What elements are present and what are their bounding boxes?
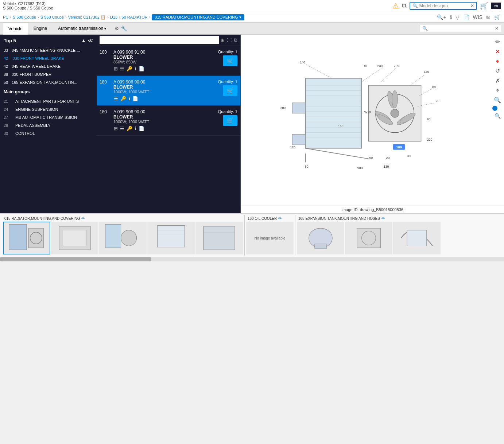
svg-text:70: 70 [436,99,439,103]
thumb-item-015-3[interactable] [99,222,147,254]
sidebar-group-21[interactable]: 21 ATTACHMENT PARTS FOR UNITS [0,97,97,105]
parts-search-box: 🔍 ✕ [420,25,501,32]
sidebar-group-29[interactable]: 29 PEDAL ASSEMBLY [0,121,97,129]
breadcrumb-pc[interactable]: PC [3,15,8,19]
thumb-item-015-2[interactable] [51,222,98,254]
tab-tool2[interactable]: 🔧 [120,25,128,32]
sidebar-item-42-030[interactable]: 42 – 030 FRONT WHEEL BRAKE [0,54,97,62]
cart-bc-icon[interactable]: 🛒 [493,13,501,21]
bottom-scrollbar-thumb[interactable] [0,257,151,261]
model-search-input[interactable] [419,3,470,8]
thumb-item-160-no-image[interactable]: No image available [246,222,294,254]
search-clear-icon[interactable]: ✕ [470,3,474,8]
doc-icon[interactable]: 📄 [462,13,470,21]
breadcrumb-active[interactable]: 015 RADIATOR,MOUNTING,AND COVERING ▾ [152,14,244,20]
breadcrumb-vehicle[interactable]: Vehicle: C217382 📋 [68,15,106,20]
parts-copy[interactable]: ⧉ [233,37,237,43]
svg-text:80: 80 [432,85,436,89]
diagram-zoom-area-btn[interactable]: ⌖ [492,86,503,94]
sidebar-group-27[interactable]: 27 MB AUTOMATIC TRANSMISSION [0,113,97,121]
part-grid-icon-3[interactable]: ⊞ [113,125,118,132]
thumb-items-160: No image available [246,222,294,254]
alert-icon[interactable]: ⚠ [392,1,399,10]
image-id-text: Image ID: drawing_B50015000536 [341,207,403,212]
copy-icon[interactable]: ⧉ [402,2,407,10]
part-info-3: A 099 906 90 00 BLOWER 1000W; 1000 WATT … [113,109,206,132]
breadcrumb-s500[interactable]: S 500 Coupe [13,15,36,19]
part-list-icon-3[interactable]: ☰ [120,125,125,132]
part-list-icon-2[interactable]: ☰ [113,96,119,102]
diagram-circle-btn[interactable]: ● [492,57,503,65]
filter-icon[interactable]: ▽ [455,13,460,21]
thumb-items-165 [297,222,441,254]
parts-search-clear[interactable]: ✕ [495,26,499,31]
part-doc-icon-3[interactable]: 📄 [138,125,145,132]
parts-view-grid[interactable]: ⊞ [220,37,225,43]
bottom-scrollbar[interactable] [0,257,504,261]
header-controls: ⚠ ⧉ 🔍 ✕ 🛒 en [392,1,501,10]
mail-icon[interactable]: ✉ [485,13,491,21]
svg-text:W10: W10 [364,110,371,114]
part-doc-icon-2[interactable]: 📄 [132,96,139,102]
svg-text:30: 30 [407,154,411,157]
part-info-icon-1[interactable]: ℹ [134,66,137,72]
top5-controls: ▲ ≪ [81,38,93,43]
sidebar-item-42-045[interactable]: 42 - 045 REAR WHEEL BRAKE [0,62,97,70]
info-icon[interactable]: ℹ [449,13,453,21]
svg-rect-59 [157,226,185,247]
svg-rect-65 [315,244,326,249]
language-selector[interactable]: en [491,3,501,9]
part-info-icon-2[interactable]: ℹ [128,96,131,102]
part-key-icon-3[interactable]: 🔑 [126,125,133,132]
part-list-icon-1[interactable]: ☰ [120,66,125,72]
tab-tool1[interactable]: ⚙ [114,25,120,32]
part-key-icon-2[interactable]: 🔑 [120,96,127,102]
breadcrumb-s550[interactable]: S 550 Coupe [40,15,64,19]
qty-label-3: Quantity: 1 [218,109,237,114]
parts-view-expand[interactable]: ⛶ [226,37,232,43]
thumb-edit-icon-160[interactable]: ✏ [278,216,282,221]
parts-list: ⊞ ⛶ ⧉ 180 A 099 906 91 00 BLOWER 850W; 8… [97,35,241,213]
sidebar-group-24[interactable]: 24 ENGINE SUSPENSION [0,105,97,113]
tab-engine[interactable]: Engine [28,23,53,34]
thumb-item-015-5[interactable] [195,222,243,254]
part-cart-btn-3[interactable]: 🛒 [223,115,237,126]
thumb-item-015-1[interactable] [3,222,50,254]
thumb-section-header-015: 015 RADIATOR,MOUNTING,AND COVERING ✏ [3,215,243,222]
diagram-close-btn[interactable]: ✕ [492,47,503,56]
breadcrumb-d13[interactable]: D13 [110,15,117,19]
sidebar-group-30[interactable]: 30 CONTROL [0,129,97,137]
cart-button[interactable]: 🛒 [480,2,488,10]
thumb-item-165-1[interactable] [297,222,344,254]
part-qty-1: Quantity: 1 🛒 [208,50,237,66]
diagram-zoom-in-btn[interactable]: 🔍 [492,96,503,104]
part-key-icon-1[interactable]: 🔑 [126,66,133,72]
thumb-item-165-2[interactable] [345,222,392,254]
sidebar-item-88-030[interactable]: 88 - 030 FRONT BUMPER [0,70,97,78]
part-cart-btn-2[interactable]: 🛒 [223,85,237,96]
sidebar-item-50-165[interactable]: 50 - 165 EXPANSION TANK,MOUNTIN... [0,78,97,86]
sidebar-item-33-045[interactable]: 33 - 045 4MATIC STEERING KNUCKLE ... [0,46,97,54]
diagram-cross-btn[interactable]: ✗ [492,77,503,85]
part-grid-icon-1[interactable]: ⊞ [113,66,118,72]
part-doc-icon-1[interactable]: 📄 [138,66,145,72]
thumb-edit-icon-165[interactable]: ✏ [381,216,385,221]
main-groups-title: Main groups [0,86,97,97]
top5-collapse-btn[interactable]: ▲ [81,38,86,43]
diagram-edit-btn[interactable]: ✏ [492,38,503,46]
part-icons-3: ⊞ ☰ 🔑 ℹ 📄 [113,125,206,132]
zoom-in-icon[interactable]: 🔍+ [436,13,447,21]
diagram-history-btn[interactable]: ↺ [492,67,503,75]
tab-vehicle[interactable]: Vehicle [3,23,28,35]
diagram-zoom-out-btn[interactable]: 🔍 [492,112,503,120]
tab-automatic-transmission[interactable]: Automatic transmission [53,23,112,34]
wis-icon[interactable]: WIS [472,13,483,21]
parts-search-input[interactable] [429,26,495,31]
breadcrumb-50radiator[interactable]: 50 RADIATOR [122,15,148,19]
part-cart-btn-1[interactable]: 🛒 [223,55,237,66]
thumb-item-015-4[interactable] [147,222,195,254]
thumb-edit-icon-015[interactable]: ✏ [81,216,85,221]
thumb-item-165-3[interactable] [393,222,441,254]
part-info-icon-3[interactable]: ℹ [134,125,137,132]
top5-close-btn[interactable]: ≪ [88,38,93,43]
